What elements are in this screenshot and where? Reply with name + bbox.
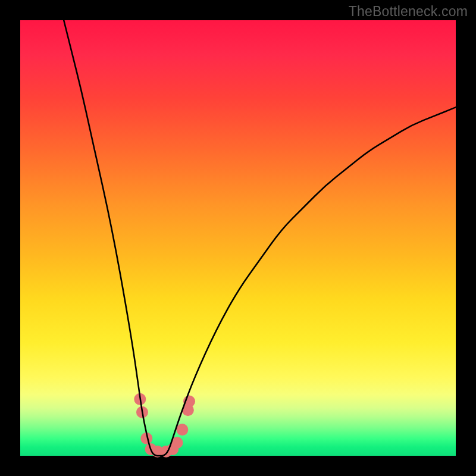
chart-svg	[20, 20, 456, 456]
marker-dot	[176, 424, 188, 436]
bottleneck-curve	[64, 20, 456, 456]
watermark-text: TheBottleneck.com	[349, 4, 468, 20]
chart-frame: TheBottleneck.com	[0, 0, 476, 476]
marker-group	[134, 393, 195, 458]
plot-area	[20, 20, 456, 456]
